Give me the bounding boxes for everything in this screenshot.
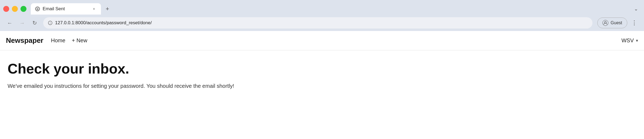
site-brand: Newspaper [6, 36, 43, 45]
main-content: Check your inbox. We've emailed you inst… [0, 50, 644, 98]
page-subtext: We've emailed you instructions for setti… [8, 82, 636, 90]
user-label: WSV [621, 37, 634, 44]
guest-icon [602, 20, 608, 26]
window-minimize-button[interactable] [12, 6, 18, 12]
refresh-button[interactable]: ↻ [29, 18, 40, 28]
more-button[interactable]: ⋮ [629, 18, 640, 28]
address-bar[interactable]: i 127.0.0.1:8000/accounts/password_reset… [43, 17, 592, 29]
tab-title: Email Sent [43, 6, 65, 12]
window-controls [3, 6, 26, 12]
site-nav: Newspaper Home + New WSV ▾ [0, 31, 644, 50]
site-nav-right: WSV ▾ [621, 37, 638, 44]
page-content: Newspaper Home + New WSV ▾ Check your in… [0, 31, 644, 98]
window-maximize-button[interactable] [21, 6, 26, 12]
browser-chrome: Email Sent × + ⌄ ← → ↻ i 127.0.0.1:8000/… [0, 0, 644, 31]
nav-bar: ← → ↻ i 127.0.0.1:8000/accounts/password… [0, 15, 644, 31]
forward-button[interactable]: → [17, 18, 28, 28]
address-text: 127.0.0.1:8000/accounts/password_reset/d… [55, 20, 588, 26]
nav-link-new[interactable]: + New [72, 37, 87, 44]
tab-bar: Email Sent × + ⌄ [0, 0, 644, 15]
tab-expand-button[interactable]: ⌄ [631, 4, 641, 14]
guest-button[interactable]: Guest [597, 18, 627, 28]
tab-favicon-icon [35, 6, 40, 11]
guest-label: Guest [611, 20, 622, 25]
window-close-button[interactable] [3, 6, 9, 12]
svg-text:i: i [50, 22, 50, 25]
back-button[interactable]: ← [4, 18, 15, 28]
page-heading: Check your inbox. [8, 61, 636, 77]
nav-link-home[interactable]: Home [51, 37, 65, 44]
info-icon: i [48, 21, 52, 25]
new-tab-button[interactable]: + [103, 4, 112, 14]
tab-close-button[interactable]: × [91, 6, 97, 12]
active-tab[interactable]: Email Sent × [31, 3, 101, 15]
user-chevron-icon[interactable]: ▾ [636, 38, 638, 43]
